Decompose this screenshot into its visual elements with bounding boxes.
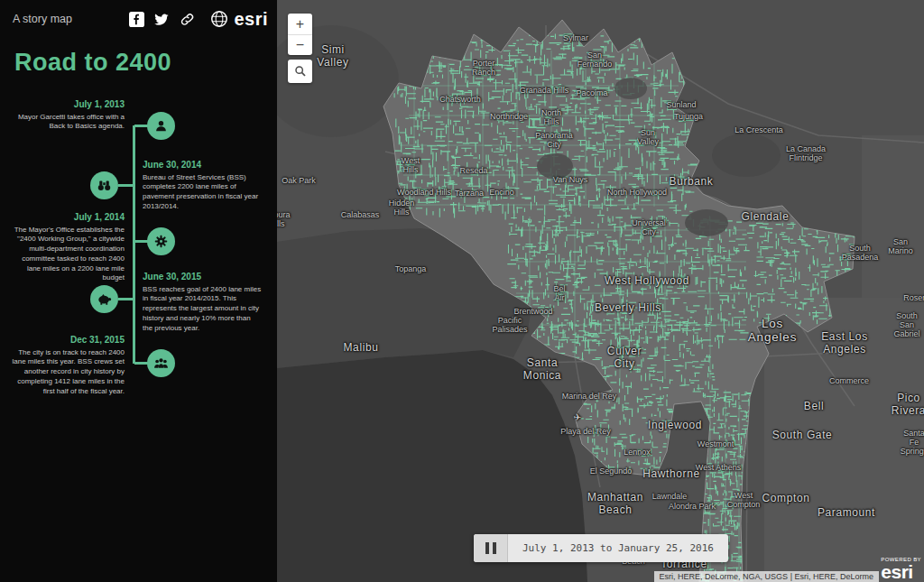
timeline-line <box>133 125 135 364</box>
search-icon <box>293 64 308 79</box>
timeline-text: The Mayor's Office establishes the "2400… <box>9 226 125 284</box>
map-attribution: Esri, HERE, DeLorme, NGA, USGS | Esri, H… <box>654 571 879 582</box>
piggy-bank-icon[interactable] <box>90 285 118 313</box>
timeline-date: June 30, 2014 <box>143 159 262 171</box>
timeline-entry[interactable]: July 1, 2013 Mayor Garcetti takes office… <box>9 98 125 132</box>
timeline-text: BSS reaches goal of 2400 lane miles in f… <box>143 285 262 334</box>
zoom-control: + − <box>288 14 312 55</box>
map-canvas[interactable]: Simi ValleyPorter RanchChatsworthGranada… <box>277 0 924 582</box>
person-icon[interactable] <box>147 112 175 140</box>
timeline-entry[interactable]: June 30, 2014 Bureau of Street Services … <box>143 159 262 212</box>
esri-logo[interactable]: esri <box>209 9 268 30</box>
pause-icon <box>493 542 496 554</box>
timeline-date: July 1, 2014 <box>9 211 125 224</box>
page-title: Road to 2400 <box>14 49 171 77</box>
timeline-date: July 1, 2013 <box>9 98 125 111</box>
basemap <box>277 0 924 582</box>
timeline-connector <box>118 184 134 187</box>
timeline-date: June 30, 2015 <box>143 271 262 283</box>
sidebar-header: A story map esri <box>0 0 277 38</box>
pause-button[interactable] <box>474 534 508 562</box>
zoom-in-button[interactable]: + <box>288 14 312 34</box>
pause-icon <box>485 542 489 554</box>
time-range-label: July 1, 2013 to January 25, 2016 <box>508 534 728 562</box>
link-icon[interactable] <box>179 11 195 27</box>
timeline-connector <box>134 240 148 243</box>
timeline-text: Mayor Garcetti takes office with a Back … <box>9 113 125 133</box>
timeline-entry[interactable]: July 1, 2014 The Mayor's Office establis… <box>9 211 125 283</box>
timeline-connector <box>118 298 134 300</box>
time-slider: July 1, 2013 to January 25, 2016 <box>474 534 728 562</box>
app-label: A story map <box>13 13 72 25</box>
zoom-out-button[interactable]: − <box>288 34 312 55</box>
timeline-date: Dec 31, 2015 <box>9 334 125 346</box>
gear-icon[interactable] <box>147 227 175 255</box>
share-icons: esri <box>128 9 277 30</box>
timeline-text: The city is on track to reach 2400 lane … <box>9 348 125 397</box>
esri-wordmark: esri <box>881 561 912 582</box>
esri-globe-icon <box>209 9 229 29</box>
storymap-app: A story map esri Road to 2400 <box>0 0 924 582</box>
timeline-text: Bureau of Street Services (BSS) complete… <box>143 173 262 212</box>
esri-brand-text: esri <box>234 9 268 30</box>
search-button[interactable] <box>288 60 312 83</box>
sidebar: A story map esri Road to 2400 <box>0 0 277 582</box>
facebook-icon[interactable] <box>128 11 144 27</box>
timeline-entry[interactable]: June 30, 2015 BSS reaches goal of 2400 l… <box>143 271 262 333</box>
powered-by-esri: POWERED BY esri <box>881 557 921 581</box>
team-icon[interactable] <box>147 349 175 377</box>
timeline-entry[interactable]: Dec 31, 2015 The city is on track to rea… <box>9 334 125 396</box>
timeline-connector <box>134 362 148 365</box>
timeline-connector <box>134 125 148 127</box>
twitter-icon[interactable] <box>153 11 170 27</box>
binoculars-icon[interactable] <box>90 171 118 199</box>
